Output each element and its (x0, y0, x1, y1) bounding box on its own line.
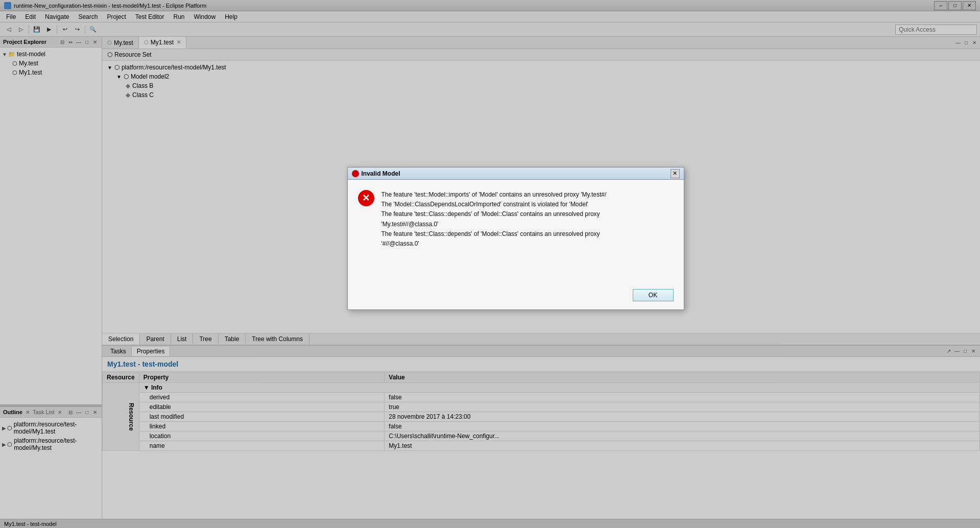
dialog-title-area: Invalid Model (352, 170, 400, 177)
dialog-msg-5: '#//@classa.0' (381, 239, 607, 249)
dialog-msg-1: The 'Model::ClassDependsLocalOrImported'… (381, 200, 607, 209)
dialog-title-text: Invalid Model (362, 170, 400, 177)
dialog-close-button[interactable]: ✕ (671, 169, 680, 178)
dialog-footer: OK (348, 284, 684, 309)
dialog-message-area: The feature 'test::Model::imports' of 'M… (381, 190, 607, 274)
dialog-ok-button[interactable]: OK (633, 289, 674, 301)
dialog-msg-0: The feature 'test::Model::imports' of 'M… (381, 190, 607, 200)
dialog-titlebar: Invalid Model ✕ (348, 167, 684, 180)
dialog-msg-4: The feature 'test::Class::depends' of 'M… (381, 229, 607, 239)
dialog-body: ✕ The feature 'test::Model::imports' of … (348, 180, 684, 284)
invalid-model-dialog: Invalid Model ✕ ✕ The feature 'test::Mod… (347, 167, 684, 310)
dialog-msg-3: 'My.test#//@classa.0' (381, 220, 607, 229)
dialog-msg-2: The feature 'test::Class::depends' of 'M… (381, 209, 607, 219)
dialog-overlay: Invalid Model ✕ ✕ The feature 'test::Mod… (0, 0, 980, 528)
dialog-error-icon (352, 170, 359, 177)
dialog-body-error-icon: ✕ (358, 190, 374, 206)
